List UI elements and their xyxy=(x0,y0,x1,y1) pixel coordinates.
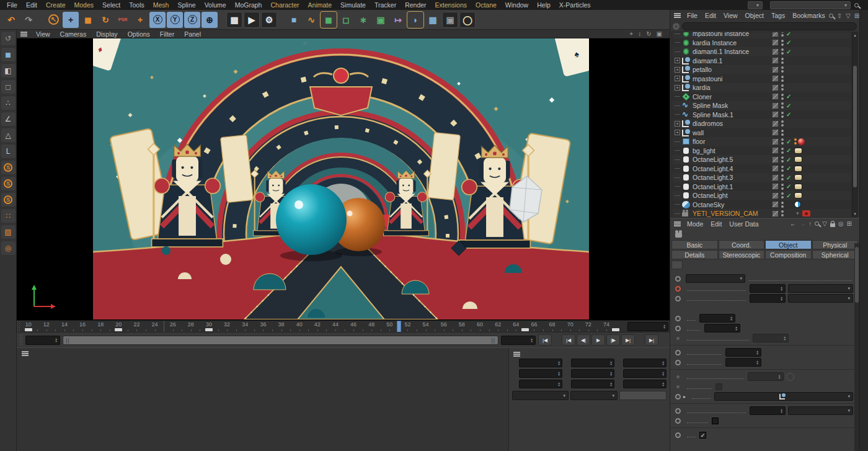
range-end-field[interactable]: ▴▾ xyxy=(501,336,536,345)
play-button[interactable]: ▶ xyxy=(591,334,605,346)
scroll-down-icon[interactable]: ▾ xyxy=(852,212,857,217)
enabled-check-icon[interactable]: ✓ xyxy=(786,192,793,199)
visibility-toggles[interactable] xyxy=(781,75,784,83)
expand-arrow-icon[interactable]: ▸ xyxy=(683,394,686,400)
path-up-icon[interactable]: ⇧ xyxy=(837,12,842,19)
layer-swatch[interactable] xyxy=(772,32,779,37)
lock-z-axis-icon[interactable]: Z xyxy=(184,12,200,28)
dots-orange-icon[interactable] xyxy=(794,138,797,145)
enabled-check-icon[interactable]: ✓ xyxy=(786,165,793,172)
size-z-field[interactable]: ▴▾ xyxy=(571,380,614,388)
light-tag-icon[interactable] xyxy=(794,166,802,172)
expand-icon[interactable]: + xyxy=(675,85,680,91)
layer-swatch[interactable] xyxy=(772,129,779,136)
object-row-mpastouni[interactable]: +mpastouni xyxy=(672,74,851,84)
layer-swatch[interactable] xyxy=(772,183,779,190)
live-selection-icon[interactable]: ↖ xyxy=(45,12,61,28)
model-mode-icon[interactable]: ◼ xyxy=(1,48,16,61)
last-tool-psr-icon[interactable]: PSR xyxy=(115,12,131,28)
hamburger-icon[interactable] xyxy=(513,352,520,353)
make-editable-icon[interactable]: ↺ xyxy=(1,32,16,45)
rotate-view-icon[interactable]: ↻ xyxy=(646,30,651,37)
keyframe-dot[interactable] xyxy=(675,350,681,355)
om-menu-tags[interactable]: Tags xyxy=(768,12,789,19)
object-row-octanesky[interactable]: OctaneSky xyxy=(672,200,851,210)
focus-object-linkbox[interactable]: ▾ xyxy=(714,392,853,401)
sensor-size-field[interactable]: ▴▾ xyxy=(750,294,786,303)
keyframe-dot[interactable] xyxy=(675,418,681,424)
visibility-toggles[interactable] xyxy=(781,165,784,172)
layer-swatch[interactable] xyxy=(772,102,779,109)
attr-menu-edit[interactable]: Edit xyxy=(707,220,725,228)
menu-tracker[interactable]: Tracker xyxy=(370,1,401,9)
filter-icon[interactable]: ▽ xyxy=(846,12,851,19)
hamburger-icon[interactable] xyxy=(22,351,29,352)
hamburger-icon[interactable] xyxy=(20,32,27,33)
projection-dropdown[interactable]: ▾ xyxy=(686,274,745,283)
tab-stereoscopic[interactable]: Stereoscopic xyxy=(719,250,765,259)
lock-y-axis-icon[interactable]: Y xyxy=(167,12,183,28)
rotation-b-field[interactable]: ▴▾ xyxy=(623,380,666,388)
menu-window[interactable]: Window xyxy=(501,1,533,9)
visibility-toggles[interactable] xyxy=(781,183,784,190)
menu-help[interactable]: Help xyxy=(533,1,555,9)
white-balance-preset-dropdown[interactable]: ▾ xyxy=(788,406,853,415)
visibility-toggles[interactable] xyxy=(781,201,784,208)
menu-file[interactable]: File xyxy=(2,1,22,9)
undo-icon[interactable]: ↶ xyxy=(3,12,19,28)
add-panel-icon[interactable]: ⊞ xyxy=(854,12,859,19)
film-offset-x-field[interactable]: ▴▾ xyxy=(725,348,761,357)
add-deformer-icon[interactable]: ∗ xyxy=(355,12,371,28)
jump-start-button[interactable]: |◀ xyxy=(538,334,552,346)
keyframe-marker[interactable] xyxy=(115,328,122,331)
object-row-octanelight-3[interactable]: OctaneLight.3✓ xyxy=(672,173,851,182)
clear-search-icon[interactable]: × xyxy=(673,23,680,30)
light-tag-icon[interactable] xyxy=(794,156,802,163)
menu-edit[interactable]: Edit xyxy=(22,1,42,9)
pan-view-icon[interactable]: + xyxy=(629,30,633,37)
enabled-check-icon[interactable]: ✓ xyxy=(786,174,793,181)
camera-tag-icon[interactable] xyxy=(802,210,810,217)
menu-volume[interactable]: Volume xyxy=(200,1,231,9)
object-row-diadromos[interactable]: +diadromos xyxy=(672,119,851,128)
visibility-toggles[interactable] xyxy=(781,102,784,109)
hatch-workplane-icon[interactable]: ▨ xyxy=(1,225,16,239)
layer-swatch[interactable] xyxy=(772,201,779,208)
prev-key-button[interactable]: |◀ xyxy=(562,334,575,346)
tab-attributes-vertical[interactable] xyxy=(860,222,862,230)
visibility-toggles[interactable] xyxy=(781,48,784,55)
prev-frame-button[interactable]: ◀| xyxy=(577,334,590,346)
search-icon[interactable] xyxy=(815,221,819,226)
object-row-diamanti-1-instance[interactable]: diamanti.1 Instance✓ xyxy=(672,47,851,56)
object-row-octanelight-4[interactable]: OctaneLight.4✓ xyxy=(672,164,851,174)
movie-camera-icon[interactable]: ▣ xyxy=(442,12,458,28)
object-search-input[interactable] xyxy=(682,22,857,30)
enabled-check-icon[interactable]: ✓ xyxy=(786,48,793,55)
ruler-track[interactable]: 1012141618202224262830323436384042444648… xyxy=(21,321,626,332)
visibility-toggles[interactable] xyxy=(781,120,784,127)
light-tag-icon[interactable] xyxy=(794,184,802,190)
transport-grip[interactable] xyxy=(19,334,23,346)
white-balance-field[interactable]: ▴▾ xyxy=(750,406,786,415)
sensor-size-preset-dropdown[interactable]: ▾ xyxy=(788,294,853,303)
export-compositing-checkbox[interactable] xyxy=(699,432,706,439)
add-primitive-cube-icon[interactable]: ■ xyxy=(286,12,302,28)
enable-axis-icon[interactable]: L xyxy=(1,145,16,158)
lock-icon[interactable] xyxy=(830,223,835,227)
polygons-mode-icon[interactable]: △ xyxy=(1,128,16,142)
position-x-field[interactable]: ▴▾ xyxy=(519,359,562,367)
layer-swatch[interactable] xyxy=(772,39,779,46)
visibility-toggles[interactable] xyxy=(781,210,784,217)
expand-icon[interactable]: + xyxy=(675,58,680,63)
redo-icon[interactable]: ↷ xyxy=(20,12,37,28)
menu-animate[interactable]: Animate xyxy=(304,1,337,9)
visibility-toggles[interactable] xyxy=(781,39,784,47)
light-tag-icon[interactable] xyxy=(794,148,802,154)
search-icon[interactable] xyxy=(829,14,833,18)
viewport-menu-display[interactable]: Display xyxy=(91,30,122,38)
add-panel-icon[interactable]: ⊞ xyxy=(847,220,852,227)
parent-icon[interactable]: ↑ xyxy=(808,220,812,227)
enabled-check-icon[interactable]: ✓ xyxy=(786,32,793,37)
add-subdivision-surface-icon[interactable]: ◼ xyxy=(321,12,337,28)
attr-menu-user-data[interactable]: User Data xyxy=(725,220,762,228)
